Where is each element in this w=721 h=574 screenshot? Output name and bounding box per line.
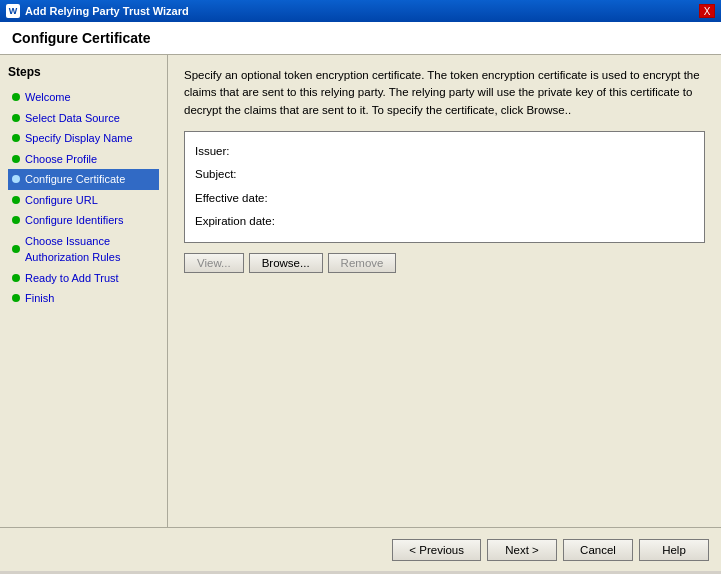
dot-display-name	[12, 134, 20, 142]
sidebar-item-issuance-rules[interactable]: Choose Issuance Authorization Rules	[8, 231, 159, 268]
dot-ready-to-add	[12, 274, 20, 282]
sidebar-label-welcome: Welcome	[25, 89, 71, 106]
cert-buttons: View... Browse... Remove	[184, 253, 705, 273]
dot-configure-url	[12, 196, 20, 204]
dot-select-data-source	[12, 114, 20, 122]
sidebar-item-display-name[interactable]: Specify Display Name	[8, 128, 159, 149]
sidebar-label-configure-url: Configure URL	[25, 192, 98, 209]
sidebar-item-configure-certificate[interactable]: Configure Certificate	[8, 169, 159, 190]
close-button[interactable]: X	[699, 4, 715, 18]
app-icon: W	[6, 4, 20, 18]
view-button[interactable]: View...	[184, 253, 244, 273]
sidebar-item-welcome[interactable]: Welcome	[8, 87, 159, 108]
sidebar-item-finish[interactable]: Finish	[8, 288, 159, 309]
dot-welcome	[12, 93, 20, 101]
sidebar-label-configure-certificate: Configure Certificate	[25, 171, 125, 188]
main-content: Steps Welcome Select Data Source Specify…	[0, 55, 721, 527]
dot-issuance-rules	[12, 245, 20, 253]
page-header: Configure Certificate	[0, 22, 721, 55]
sidebar-item-configure-url[interactable]: Configure URL	[8, 190, 159, 211]
sidebar-label-display-name: Specify Display Name	[25, 130, 133, 147]
sidebar-label-issuance-rules: Choose Issuance Authorization Rules	[25, 233, 155, 266]
dot-configure-identifiers	[12, 216, 20, 224]
sidebar: Steps Welcome Select Data Source Specify…	[0, 55, 168, 527]
sidebar-item-choose-profile[interactable]: Choose Profile	[8, 149, 159, 170]
cert-issuer: Issuer:	[195, 140, 694, 164]
certificate-info-box: Issuer: Subject: Effective date: Expirat…	[184, 131, 705, 243]
sidebar-item-configure-identifiers[interactable]: Configure Identifiers	[8, 210, 159, 231]
title-bar-left: W Add Relying Party Trust Wizard	[6, 4, 189, 18]
page-title: Configure Certificate	[12, 30, 709, 46]
sidebar-label-configure-identifiers: Configure Identifiers	[25, 212, 123, 229]
cancel-button[interactable]: Cancel	[563, 539, 633, 561]
dot-finish	[12, 294, 20, 302]
dot-choose-profile	[12, 155, 20, 163]
sidebar-item-select-data-source[interactable]: Select Data Source	[8, 108, 159, 129]
remove-button[interactable]: Remove	[328, 253, 397, 273]
help-button[interactable]: Help	[639, 539, 709, 561]
previous-button[interactable]: < Previous	[392, 539, 481, 561]
title-bar-text: Add Relying Party Trust Wizard	[25, 5, 189, 17]
right-panel: Specify an optional token encryption cer…	[168, 55, 721, 527]
description-text: Specify an optional token encryption cer…	[184, 67, 705, 119]
title-bar: W Add Relying Party Trust Wizard X	[0, 0, 721, 22]
sidebar-label-finish: Finish	[25, 290, 54, 307]
sidebar-title: Steps	[8, 65, 159, 79]
cert-effective-date: Effective date:	[195, 187, 694, 211]
sidebar-label-select-data-source: Select Data Source	[25, 110, 120, 127]
sidebar-item-ready-to-add[interactable]: Ready to Add Trust	[8, 268, 159, 289]
sidebar-label-ready-to-add: Ready to Add Trust	[25, 270, 119, 287]
sidebar-label-choose-profile: Choose Profile	[25, 151, 97, 168]
next-button[interactable]: Next >	[487, 539, 557, 561]
cert-expiration-date: Expiration date:	[195, 210, 694, 234]
cert-subject: Subject:	[195, 163, 694, 187]
footer: < Previous Next > Cancel Help	[0, 527, 721, 571]
dot-configure-certificate	[12, 175, 20, 183]
browse-button[interactable]: Browse...	[249, 253, 323, 273]
